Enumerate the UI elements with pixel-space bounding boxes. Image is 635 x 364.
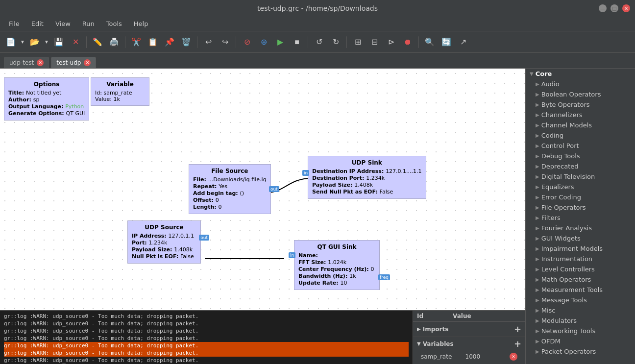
disable-button[interactable]: ⊘ — [239, 34, 255, 50]
close-window-button[interactable]: ✕ — [622, 4, 630, 12]
tab-udp-test[interactable]: udp-test ✕ — [4, 57, 49, 68]
math-operators-label: Math Operators — [541, 276, 591, 283]
open-button[interactable]: 📂 — [27, 34, 43, 50]
sidebar-ofdm[interactable]: ▶ OFDM — [526, 336, 635, 346]
cut-button[interactable]: ✂️ — [128, 34, 144, 50]
variable-block[interactable]: Variable Id: samp_rate Value: 1k — [91, 77, 149, 106]
menu-run[interactable]: Run — [77, 18, 99, 29]
save-button[interactable]: 💾 — [51, 34, 67, 50]
sidebar-digital-television[interactable]: ▶ Digital Television — [526, 171, 635, 182]
qt-fft-row: FFT Size: 1.024k — [298, 259, 375, 266]
qt-gui-freq-port[interactable]: freq — [378, 274, 390, 280]
sidebar-math-operators[interactable]: ▶ Math Operators — [526, 274, 635, 285]
tabbar: udp-test ✕ test-udp ✕ — [0, 53, 635, 69]
play-button[interactable]: ▶ — [272, 34, 288, 50]
sidebar-audio[interactable]: ▶ Audio — [526, 79, 635, 89]
disconnect-button[interactable]: ⊟ — [366, 34, 382, 50]
sidebar-equalizers[interactable]: ▶ Equalizers — [526, 182, 635, 192]
menu-edit[interactable]: Edit — [26, 18, 49, 29]
tab-test-udp-label: test-udp — [56, 59, 81, 66]
vars-header-value: Value — [453, 313, 471, 319]
menu-help[interactable]: Help — [129, 18, 153, 29]
variables-section-header[interactable]: ▼ Variables + — [413, 337, 525, 351]
new-button[interactable]: 📄 — [3, 34, 19, 50]
message-tools-label: Message Tools — [541, 296, 587, 304]
udp-sink-block[interactable]: in UDP Sink Destination IP Address: 127.… — [308, 156, 426, 199]
sidebar-packet-operators[interactable]: ▶ Packet Operators — [526, 346, 635, 357]
file-source-block[interactable]: File Source File: ...Downloads/iq-file.i… — [189, 164, 271, 214]
copy-button[interactable]: 📋 — [145, 34, 161, 50]
sidebar-coding[interactable]: ▶ Coding — [526, 130, 635, 141]
log-line-1: gr::log :WARN: udp_source0 - Too much da… — [4, 313, 409, 320]
sidebar-debug-tools[interactable]: ▶ Debug Tools — [526, 151, 635, 161]
sidebar-control-port[interactable]: ▶ Control Port — [526, 141, 635, 151]
undo2-button[interactable]: ↺ — [311, 34, 327, 50]
udp-source-block[interactable]: UDP Source IP Address: 127.0.1.1 Port: 1… — [127, 220, 201, 264]
udp-sink-title: UDP Sink — [312, 159, 422, 166]
usrc-null-row: Null Pkt is EOF: False — [132, 253, 196, 260]
menu-file[interactable]: File — [4, 18, 24, 29]
maximize-button[interactable]: □ — [611, 4, 618, 12]
stop-button[interactable]: ■ — [289, 34, 305, 50]
redo-button[interactable]: ↪ — [217, 34, 233, 50]
sidebar-fourier-analysis[interactable]: ▶ Fourier Analysis — [526, 223, 635, 233]
variables-add-button[interactable]: + — [514, 339, 521, 349]
step-button[interactable]: ⊳ — [383, 34, 399, 50]
sidebar-boolean-operators[interactable]: ▶ Boolean Operators — [526, 89, 635, 99]
sidebar-networking-tools[interactable]: ▶ Networking Tools — [526, 326, 635, 336]
menu-view[interactable]: View — [50, 18, 75, 29]
refresh-button[interactable]: 🔄 — [439, 34, 454, 50]
sidebar-misc[interactable]: ▶ Misc — [526, 305, 635, 315]
sidebar-level-controllers[interactable]: ▶ Level Controllers — [526, 264, 635, 274]
connect-button[interactable]: ⊞ — [350, 34, 366, 50]
undo-button[interactable]: ↩ — [200, 34, 216, 50]
export-button[interactable]: ↗ — [455, 34, 471, 50]
sidebar-error-coding[interactable]: ▶ Error Coding — [526, 192, 635, 202]
main-layout: udp-test ✕ test-udp ✕ Options — [0, 53, 635, 364]
sidebar-file-operators[interactable]: ▶ File Operators — [526, 202, 635, 213]
qt-gui-in-port[interactable]: in — [289, 252, 295, 258]
record-button[interactable]: ⏺ — [400, 34, 415, 50]
imports-add-button[interactable]: + — [514, 324, 521, 334]
qt-update-rate-row: Update Rate: 10 — [298, 280, 375, 286]
minimize-button[interactable]: — — [599, 4, 607, 12]
options-block[interactable]: Options Title: Not titled yet Author: sp… — [4, 77, 89, 121]
enable-button[interactable]: ⊕ — [256, 34, 271, 50]
tab-test-udp[interactable]: test-udp ✕ — [51, 57, 96, 68]
log-pane[interactable]: gr::log :WARN: udp_source0 - Too much da… — [0, 311, 413, 364]
edit-button[interactable]: ✏️ — [90, 34, 105, 50]
sidebar-deprecated[interactable]: ▶ Deprecated — [526, 161, 635, 171]
print-button[interactable]: 🖨️ — [106, 34, 122, 50]
search-button[interactable]: 🔍 — [422, 34, 438, 50]
tab-test-udp-close[interactable]: ✕ — [84, 59, 91, 66]
canvas-workspace[interactable]: Options Title: Not titled yet Author: sp… — [0, 69, 525, 310]
sidebar-filters[interactable]: ▶ Filters — [526, 213, 635, 223]
close-button[interactable]: ✕ — [68, 34, 83, 50]
udp-source-out-port[interactable]: out — [199, 235, 209, 241]
sidebar-channelizers[interactable]: ▶ Channelizers — [526, 110, 635, 120]
qt-gui-sink-block[interactable]: in freq QT GUI Sink Name: FFT Size: 1.02… — [294, 240, 380, 290]
sidebar-instrumentation[interactable]: ▶ Instrumentation — [526, 254, 635, 264]
sidebar-gui-widgets[interactable]: ▶ GUI Widgets — [526, 233, 635, 243]
file-operators-label: File Operators — [541, 204, 586, 211]
var-samp-rate-delete[interactable]: ✕ — [510, 353, 517, 361]
sidebar-modulators[interactable]: ▶ Modulators — [526, 315, 635, 326]
udp-sink-in-port[interactable]: in — [302, 170, 309, 176]
sidebar-measurement-tools[interactable]: ▶ Measurement Tools — [526, 285, 635, 295]
sidebar-byte-operators[interactable]: ▶ Byte Operators — [526, 99, 635, 110]
imports-section[interactable]: ▶ Imports + — [413, 322, 525, 337]
file-source-out-port[interactable]: out — [269, 186, 279, 192]
menu-tools[interactable]: Tools — [101, 18, 127, 29]
open-dropdown[interactable]: ▼ — [43, 34, 50, 50]
paste-button[interactable]: 📌 — [162, 34, 177, 50]
variable-value-row: Value: 1k — [95, 96, 145, 102]
sidebar-message-tools[interactable]: ▶ Message Tools — [526, 295, 635, 305]
sidebar-impairment-models[interactable]: ▶ Impairment Models — [526, 243, 635, 254]
delete-button[interactable]: 🗑️ — [178, 34, 194, 50]
tab-udp-test-close[interactable]: ✕ — [37, 59, 44, 66]
variable-block-title: Variable — [95, 81, 145, 88]
sidebar-core[interactable]: ▼ Core — [526, 69, 635, 79]
sidebar-channel-models[interactable]: ▶ Channel Models — [526, 120, 635, 130]
new-dropdown[interactable]: ▼ — [19, 34, 26, 50]
redo2-button[interactable]: ↻ — [328, 34, 343, 50]
